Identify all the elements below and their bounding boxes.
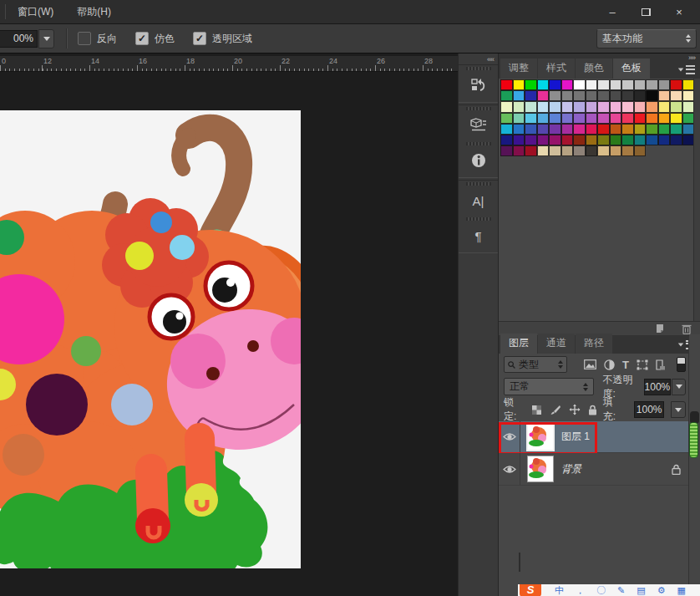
- menu-item-1[interactable]: 帮助(H): [65, 0, 123, 23]
- swatch[interactable]: [670, 101, 682, 112]
- swatch[interactable]: [500, 79, 513, 90]
- green-scrollbar-thumb[interactable]: [689, 422, 698, 458]
- lock-pixels-brush-icon[interactable]: [550, 405, 561, 415]
- swatch[interactable]: [586, 90, 598, 101]
- layer-thumbnail[interactable]: [527, 456, 554, 482]
- swatch[interactable]: [537, 135, 550, 145]
- swatch[interactable]: [634, 101, 647, 112]
- swatch[interactable]: [500, 124, 513, 135]
- swatch[interactable]: [537, 145, 550, 156]
- swatch[interactable]: [561, 135, 574, 145]
- tab-0[interactable]: 调整: [500, 59, 537, 79]
- layers-tab-2[interactable]: 路径: [576, 334, 612, 354]
- swatch[interactable]: [525, 113, 537, 124]
- swatch[interactable]: [573, 79, 586, 90]
- swatch[interactable]: [500, 90, 513, 101]
- swatch[interactable]: [549, 135, 561, 145]
- lock-all-icon[interactable]: [588, 405, 597, 415]
- swatch[interactable]: [537, 113, 550, 124]
- swatch[interactable]: [646, 135, 658, 145]
- paragraph-panel-button[interactable]: ¶: [459, 216, 498, 251]
- swatch[interactable]: [670, 124, 682, 135]
- swatch[interactable]: [634, 79, 647, 90]
- swatch[interactable]: [525, 135, 537, 145]
- swatch[interactable]: [525, 101, 537, 112]
- taskbar-icon[interactable]: ▤: [637, 584, 645, 596]
- swatch[interactable]: [586, 101, 598, 112]
- swatch[interactable]: [537, 101, 550, 112]
- taskbar-icon[interactable]: ✎: [617, 584, 625, 596]
- swatch[interactable]: [513, 90, 525, 101]
- restore-button[interactable]: [635, 4, 657, 19]
- swatch[interactable]: [610, 90, 622, 101]
- swatch[interactable]: [561, 79, 574, 90]
- tab-3[interactable]: 色板: [613, 59, 650, 79]
- swatch[interactable]: [549, 124, 561, 135]
- layers-tab-0[interactable]: 图层: [500, 334, 537, 354]
- taskbar-icon[interactable]: ⚙: [657, 584, 666, 596]
- checkbox-1[interactable]: ✓仿色: [135, 32, 175, 46]
- swatch[interactable]: [634, 113, 647, 124]
- swatch[interactable]: [658, 79, 671, 90]
- pixel-layer-filter-icon[interactable]: [584, 359, 596, 369]
- swatch[interactable]: [658, 113, 671, 124]
- swatch[interactable]: [610, 124, 622, 135]
- swatch[interactable]: [646, 90, 658, 101]
- swatch[interactable]: [682, 124, 695, 135]
- minimize-button[interactable]: –: [601, 4, 623, 19]
- collapse-panels-button[interactable]: ««: [459, 53, 498, 64]
- swatch[interactable]: [586, 135, 598, 145]
- menu-item-0[interactable]: 窗口(W): [6, 0, 65, 23]
- swatch[interactable]: [634, 145, 647, 156]
- swatch[interactable]: [658, 101, 671, 112]
- sogou-logo-icon[interactable]: S: [520, 584, 541, 596]
- document-canvas[interactable]: [0, 110, 301, 568]
- character-panel-button[interactable]: A|: [459, 181, 498, 216]
- info-panel-button[interactable]: [459, 140, 498, 176]
- layer-thumbnail[interactable]: [526, 423, 555, 451]
- checkbox-2[interactable]: ✓透明区域: [193, 32, 252, 46]
- blend-mode-select[interactable]: 正常: [504, 378, 594, 395]
- shape-layer-filter-icon[interactable]: [637, 359, 648, 370]
- swatch[interactable]: [561, 90, 574, 101]
- swatch[interactable]: [513, 145, 525, 156]
- swatch[interactable]: [586, 113, 598, 124]
- swatch[interactable]: [634, 124, 647, 135]
- swatch[interactable]: [549, 101, 561, 112]
- swatch[interactable]: [586, 145, 598, 156]
- lock-transparency-icon[interactable]: [531, 405, 542, 415]
- layers-tab-1[interactable]: 通道: [538, 334, 575, 354]
- swatch[interactable]: [525, 90, 537, 101]
- swatch[interactable]: [586, 124, 598, 135]
- swatch[interactable]: [597, 113, 610, 124]
- swatch[interactable]: [621, 90, 634, 101]
- swatch[interactable]: [670, 113, 682, 124]
- swatch[interactable]: [525, 124, 537, 135]
- swatch[interactable]: [682, 90, 695, 101]
- swatch[interactable]: [537, 124, 550, 135]
- swatch[interactable]: [537, 79, 550, 90]
- type-layer-filter-icon[interactable]: T: [622, 359, 629, 371]
- fill-dropdown-button[interactable]: [671, 401, 686, 418]
- swatch[interactable]: [597, 124, 610, 135]
- swatch[interactable]: [658, 124, 671, 135]
- swatch[interactable]: [610, 135, 622, 145]
- swatch[interactable]: [549, 90, 561, 101]
- fill-value-field[interactable]: 100%: [634, 401, 664, 418]
- swatch[interactable]: [682, 101, 695, 112]
- swatch[interactable]: [500, 113, 513, 124]
- swatch[interactable]: [549, 79, 561, 90]
- swatch[interactable]: [500, 101, 513, 112]
- swatch[interactable]: [597, 79, 610, 90]
- opacity-dropdown-button[interactable]: [672, 379, 686, 395]
- swatch[interactable]: [573, 145, 586, 156]
- layer-row-1[interactable]: 图层 1: [499, 421, 689, 453]
- swatch[interactable]: [610, 79, 622, 90]
- swatch[interactable]: [573, 124, 586, 135]
- delete-swatch-button[interactable]: [682, 323, 692, 334]
- zoom-dropdown-button[interactable]: [38, 29, 54, 48]
- swatch[interactable]: [621, 101, 634, 112]
- swatch[interactable]: [561, 124, 574, 135]
- swatch[interactable]: [513, 113, 525, 124]
- filter-toggle-switch[interactable]: [677, 357, 686, 372]
